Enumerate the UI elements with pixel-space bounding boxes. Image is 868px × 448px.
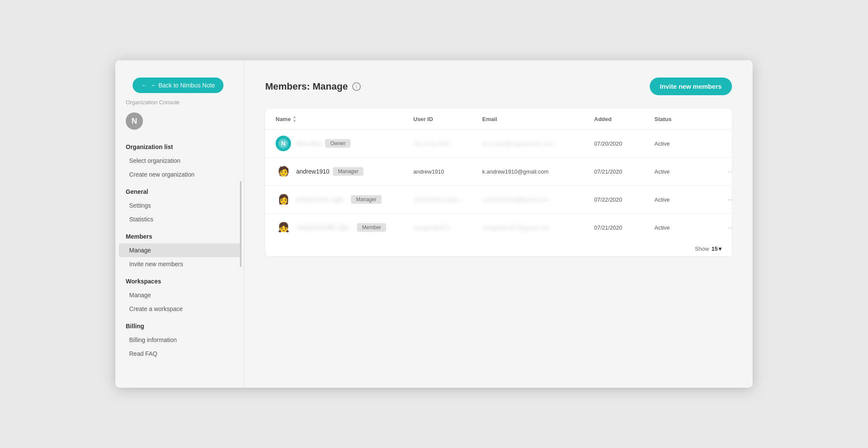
- member-avatar: N: [276, 136, 291, 151]
- member-status: Active: [654, 196, 723, 203]
- member-added: 07/21/2020: [594, 168, 654, 175]
- sidebar-item-members-manage[interactable]: Manage: [119, 243, 241, 257]
- org-avatar: N: [126, 112, 143, 130]
- sidebar-item-workspaces-manage[interactable]: Manage: [119, 288, 241, 302]
- col-added: Added: [594, 116, 654, 122]
- sidebar-section-title-workspaces: Workspaces: [115, 274, 244, 288]
- sidebar-section-org-list: Organization listSelect organizationCrea…: [115, 140, 244, 181]
- member-name-cell: 👧margarett1988 1gal...Member: [276, 220, 413, 235]
- sidebar-section-members: MembersManageInvite new members: [115, 230, 244, 271]
- show-bar: Show 15 ▾: [265, 241, 732, 256]
- role-badge: Member: [357, 223, 386, 232]
- member-name: margarett1988 1gal...: [296, 224, 353, 231]
- sidebar-section-title-billing: Billing: [115, 319, 244, 333]
- main-content: Members: Manage i Invite new members Nam…: [245, 60, 753, 388]
- sidebar: Organization Console N Organization list…: [115, 60, 245, 388]
- member-name-cell: 🧑andrew1910Manager: [276, 164, 413, 179]
- member-email: margarett1917@gmail.com: [482, 224, 594, 231]
- sidebar-item-members-invite[interactable]: Invite new members: [119, 257, 241, 271]
- col-name: Name ▲ ▼: [276, 115, 413, 123]
- invite-new-members-button[interactable]: Invite new members: [650, 78, 732, 95]
- table-row: N Nico MiraOwnernico.mira.2020nico.mira@…: [265, 130, 732, 158]
- col-userid: User ID: [413, 116, 482, 122]
- sidebar-item-settings[interactable]: Settings: [119, 199, 241, 212]
- member-added: 07/22/2020: [594, 196, 654, 203]
- info-icon[interactable]: i: [352, 82, 361, 91]
- back-to-nimbus-button[interactable]: ← ← Back to Nimbus Note: [133, 78, 223, 93]
- arrow-left-icon: ←: [141, 82, 147, 89]
- members-table: Name ▲ ▼ User ID Email Added Status 🔍 N: [265, 109, 732, 256]
- table-header: Name ▲ ▼ User ID Email Added Status 🔍: [265, 109, 732, 130]
- sidebar-section-billing: BillingBilling informationRead FAQ: [115, 319, 244, 361]
- table-row: 👩andrew1910 1gal...Managerandrew1910.1ga…: [265, 186, 732, 214]
- sidebar-item-select-org[interactable]: Select organization: [119, 154, 241, 168]
- sort-name-icon[interactable]: ▲ ▼: [292, 115, 296, 123]
- sidebar-item-create-org[interactable]: Create new organization: [119, 168, 241, 181]
- member-avatar: 🧑: [276, 164, 291, 179]
- member-name-cell: N Nico MiraOwner: [276, 136, 413, 151]
- sidebar-section-title-org-list: Organization list: [115, 140, 244, 154]
- member-name: Nico Mira: [296, 140, 322, 147]
- member-avatar: 👩: [276, 192, 291, 207]
- member-name-cell: 👩andrew1910 1gal...Manager: [276, 192, 413, 207]
- member-avatar: 👧: [276, 220, 291, 235]
- sidebar-section-title-general: General: [115, 185, 244, 199]
- sidebar-section-workspaces: WorkspacesManageCreate a workspace: [115, 274, 244, 316]
- member-userid: nico.mira.2020: [413, 140, 482, 147]
- member-userid: andrew1910.1gam...: [413, 196, 482, 203]
- sidebar-item-billing-info[interactable]: Billing information: [119, 333, 241, 347]
- member-name: andrew1910: [296, 168, 329, 175]
- col-email: Email: [482, 116, 594, 122]
- show-count-dropdown[interactable]: 15 ▾: [712, 246, 722, 252]
- org-console-label: Organization Console: [115, 99, 244, 106]
- member-status: Active: [654, 168, 723, 175]
- sidebar-scrollbar[interactable]: [240, 181, 242, 267]
- more-menu-button[interactable]: ···: [723, 167, 732, 176]
- show-label: Show: [695, 246, 709, 252]
- svg-text:N: N: [281, 140, 285, 147]
- page-header: Members: Manage i Invite new members: [265, 78, 732, 95]
- role-badge: Manager: [333, 167, 363, 176]
- member-status: Active: [654, 140, 723, 147]
- member-status: Active: [654, 224, 723, 231]
- more-menu-button[interactable]: ···: [723, 223, 732, 232]
- sidebar-item-read-faq[interactable]: Read FAQ: [119, 347, 241, 361]
- member-email: k.andrew1910@gmail.com: [482, 168, 594, 175]
- member-userid: andrew1910: [413, 168, 482, 175]
- back-button-label: ← Back to Nimbus Note: [151, 82, 215, 89]
- member-email: nico.mira@organization.com: [482, 140, 594, 147]
- table-row: 🧑andrew1910Managerandrew1910k.andrew1910…: [265, 158, 732, 186]
- member-email: k.andrew1910@gmail.com: [482, 196, 594, 203]
- more-menu-button[interactable]: ···: [723, 195, 732, 204]
- member-added: 07/20/2020: [594, 140, 654, 147]
- page-title: Members: Manage: [265, 81, 348, 92]
- table-row: 👧margarett1988 1gal...Membermargarett191…: [265, 214, 732, 241]
- member-added: 07/21/2020: [594, 224, 654, 231]
- sidebar-item-statistics[interactable]: Statistics: [119, 212, 241, 226]
- member-name: andrew1910 1gal...: [296, 196, 347, 203]
- sidebar-section-general: GeneralSettingsStatistics: [115, 185, 244, 226]
- member-userid: margarett1917...: [413, 224, 482, 231]
- role-badge: Manager: [351, 195, 381, 204]
- sidebar-section-title-members: Members: [115, 230, 244, 243]
- sidebar-item-create-workspace[interactable]: Create a workspace: [119, 302, 241, 316]
- role-badge: Owner: [325, 139, 350, 148]
- page-title-area: Members: Manage i: [265, 81, 361, 92]
- col-status: Status: [654, 116, 723, 122]
